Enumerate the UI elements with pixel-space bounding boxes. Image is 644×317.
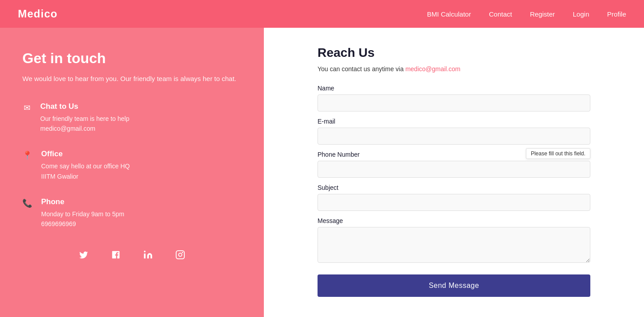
contact-office: 📍 Office Come say hello at our office HQ… <box>22 150 242 181</box>
subject-field-group: Subject <box>318 184 590 211</box>
email-label: E-mail <box>318 118 590 125</box>
phone-icon: 📞 <box>22 198 32 208</box>
contact-form: Name E-mail Phone Number Please fill out… <box>318 85 590 297</box>
location-icon: 📍 <box>22 150 32 160</box>
reach-us-title: Reach Us <box>318 46 590 60</box>
left-panel-title: Get in touch <box>22 50 242 67</box>
contact-chat-desc: Our friendly team is here to help medico… <box>40 114 129 134</box>
name-input[interactable] <box>318 94 590 111</box>
subject-label: Subject <box>318 184 590 191</box>
svg-rect-1 <box>176 251 184 259</box>
facebook-icon[interactable] <box>111 250 121 262</box>
subject-input[interactable] <box>318 194 590 211</box>
email-field-group: E-mail <box>318 118 590 145</box>
phone-validation-tooltip: Please fill out this field. <box>526 148 590 159</box>
phone-field-group: Phone Number Please fill out this field. <box>318 151 590 178</box>
contact-phone-desc: Monday to Friday 9am to 5pm 6969696969 <box>41 209 124 229</box>
svg-point-3 <box>182 252 183 253</box>
header: Medico BMI Calculator Contact Register L… <box>0 0 644 28</box>
contact-phone-heading: Phone <box>41 197 124 206</box>
svg-point-0 <box>144 251 146 253</box>
linkedin-icon[interactable] <box>143 250 153 262</box>
left-panel-subtitle: We would love to hear from you. Our frie… <box>22 74 242 84</box>
nav-profile[interactable]: Profile <box>607 10 626 18</box>
contact-office-heading: Office <box>41 150 130 158</box>
contact-office-details: Office Come say hello at our office HQ I… <box>41 150 130 181</box>
name-field-group: Name <box>318 85 590 111</box>
message-field-group: Message <box>318 217 590 265</box>
social-icons <box>22 245 242 262</box>
contact-phone-details: Phone Monday to Friday 9am to 5pm 696969… <box>41 197 124 229</box>
message-label: Message <box>318 217 590 224</box>
name-label: Name <box>318 85 590 92</box>
left-panel: Get in touch We would love to hear from … <box>0 28 264 317</box>
send-message-button[interactable]: Send Message <box>318 274 590 297</box>
message-input[interactable] <box>318 227 590 263</box>
main-content: Get in touch We would love to hear from … <box>0 28 644 317</box>
contact-chat-heading: Chat to Us <box>40 102 129 111</box>
contact-email-link[interactable]: medico@gmail.com <box>405 65 460 73</box>
reach-description: You can contact us anytime via medico@gm… <box>318 64 590 74</box>
contact-chat: ✉ Chat to Us Our friendly team is here t… <box>22 102 242 134</box>
email-input[interactable] <box>318 128 590 145</box>
instagram-icon[interactable] <box>175 250 185 262</box>
phone-input[interactable] <box>318 161 590 178</box>
contact-phone: 📞 Phone Monday to Friday 9am to 5pm 6969… <box>22 197 242 229</box>
nav-contact[interactable]: Contact <box>489 10 512 18</box>
twitter-icon[interactable] <box>79 250 89 262</box>
email-icon: ✉ <box>22 103 31 113</box>
contact-chat-details: Chat to Us Our friendly team is here to … <box>40 102 129 134</box>
svg-point-2 <box>178 253 182 256</box>
nav-login[interactable]: Login <box>573 10 589 18</box>
right-panel: Reach Us You can contact us anytime via … <box>264 28 644 317</box>
nav-register[interactable]: Register <box>530 10 555 18</box>
phone-field-wrapper: Please fill out this field. <box>318 161 590 178</box>
nav: BMI Calculator Contact Register Login Pr… <box>427 10 626 18</box>
contact-office-desc: Come say hello at our office HQ IIITM Gw… <box>41 161 130 181</box>
nav-bmi-calculator[interactable]: BMI Calculator <box>427 10 471 18</box>
logo[interactable]: Medico <box>18 8 58 20</box>
